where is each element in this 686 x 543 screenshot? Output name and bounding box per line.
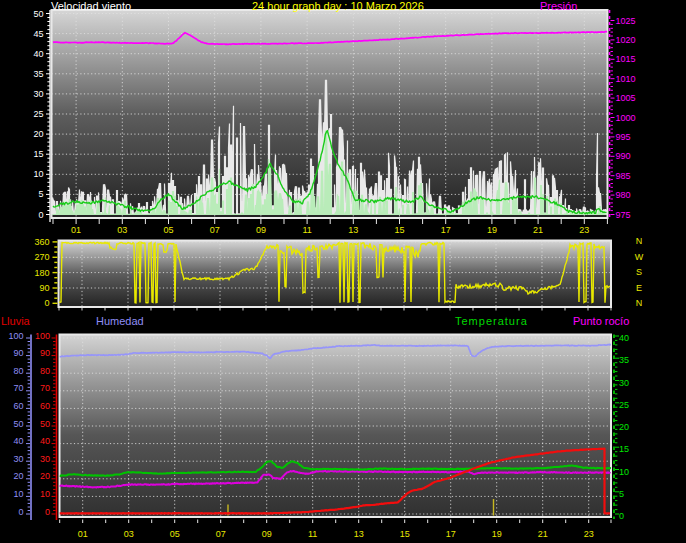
- svg-text:20: 20: [33, 129, 43, 139]
- svg-text:0: 0: [619, 511, 624, 521]
- svg-text:80: 80: [13, 366, 23, 376]
- svg-text:09: 09: [256, 225, 266, 235]
- svg-text:Temperatura: Temperatura: [455, 315, 528, 327]
- svg-text:Punto rocío: Punto rocío: [573, 315, 629, 327]
- svg-text:90: 90: [40, 348, 50, 358]
- svg-text:10: 10: [40, 489, 50, 499]
- svg-text:05: 05: [163, 225, 173, 235]
- svg-text:50: 50: [13, 419, 23, 429]
- svg-text:1015: 1015: [616, 54, 636, 64]
- svg-text:995: 995: [616, 132, 631, 142]
- svg-text:05: 05: [170, 529, 180, 539]
- svg-text:30: 30: [33, 89, 43, 99]
- svg-text:21: 21: [533, 225, 543, 235]
- svg-text:15: 15: [619, 444, 629, 454]
- svg-text:24 hour graph day : 10 Marzo 2: 24 hour graph day : 10 Marzo 2026: [252, 0, 424, 12]
- svg-text:17: 17: [441, 225, 451, 235]
- svg-text:0: 0: [38, 210, 43, 220]
- svg-text:07: 07: [210, 225, 220, 235]
- svg-text:40: 40: [33, 49, 43, 59]
- svg-text:45: 45: [33, 29, 43, 39]
- svg-text:13: 13: [354, 529, 364, 539]
- svg-text:270: 270: [34, 252, 49, 262]
- svg-text:19: 19: [492, 529, 502, 539]
- svg-text:03: 03: [117, 225, 127, 235]
- svg-text:21: 21: [538, 529, 548, 539]
- svg-text:1025: 1025: [616, 16, 636, 26]
- svg-text:100: 100: [35, 331, 50, 341]
- svg-text:0: 0: [18, 507, 23, 517]
- svg-text:35: 35: [33, 69, 43, 79]
- svg-text:25: 25: [619, 400, 629, 410]
- svg-text:S: S: [636, 267, 642, 277]
- svg-text:09: 09: [262, 529, 272, 539]
- svg-text:90: 90: [39, 283, 49, 293]
- svg-text:0: 0: [44, 298, 49, 308]
- svg-text:50: 50: [40, 419, 50, 429]
- svg-text:11: 11: [308, 529, 317, 539]
- svg-text:13: 13: [348, 225, 358, 235]
- svg-text:1005: 1005: [616, 93, 636, 103]
- svg-text:Velocidad viento: Velocidad viento: [51, 0, 131, 12]
- svg-text:W: W: [635, 252, 644, 262]
- svg-text:20: 20: [40, 471, 50, 481]
- svg-text:15: 15: [394, 225, 404, 235]
- svg-text:23: 23: [584, 529, 594, 539]
- svg-text:360: 360: [34, 237, 49, 247]
- svg-text:35: 35: [619, 355, 629, 365]
- svg-text:50: 50: [33, 9, 43, 19]
- svg-text:40: 40: [40, 436, 50, 446]
- svg-text:980: 980: [616, 190, 631, 200]
- svg-text:E: E: [636, 283, 642, 293]
- svg-text:01: 01: [78, 529, 88, 539]
- svg-text:23: 23: [579, 225, 589, 235]
- svg-text:70: 70: [40, 383, 50, 393]
- svg-text:60: 60: [40, 401, 50, 411]
- svg-text:20: 20: [13, 471, 23, 481]
- svg-text:Presión: Presión: [540, 0, 577, 12]
- svg-text:0: 0: [45, 507, 50, 517]
- svg-text:90: 90: [13, 348, 23, 358]
- svg-text:03: 03: [124, 529, 134, 539]
- svg-text:40: 40: [619, 333, 629, 343]
- svg-text:15: 15: [33, 149, 43, 159]
- svg-text:19: 19: [487, 225, 497, 235]
- svg-text:30: 30: [40, 454, 50, 464]
- svg-text:1020: 1020: [616, 35, 636, 45]
- svg-text:985: 985: [616, 171, 631, 181]
- svg-text:17: 17: [446, 529, 456, 539]
- svg-text:5: 5: [38, 189, 43, 199]
- svg-text:80: 80: [40, 366, 50, 376]
- svg-text:5: 5: [619, 489, 624, 499]
- svg-text:975: 975: [616, 210, 631, 220]
- svg-text:60: 60: [13, 401, 23, 411]
- svg-text:10: 10: [33, 169, 43, 179]
- svg-text:10: 10: [619, 467, 629, 477]
- svg-text:Humedad: Humedad: [96, 315, 144, 327]
- svg-text:30: 30: [619, 378, 629, 388]
- svg-text:25: 25: [33, 109, 43, 119]
- svg-text:1000: 1000: [616, 113, 636, 123]
- svg-text:10: 10: [13, 489, 23, 499]
- svg-text:100: 100: [8, 331, 23, 341]
- svg-text:180: 180: [34, 268, 49, 278]
- svg-text:11: 11: [302, 225, 311, 235]
- svg-text:07: 07: [216, 529, 226, 539]
- svg-text:N: N: [636, 236, 643, 246]
- svg-text:N: N: [636, 298, 643, 308]
- svg-text:1010: 1010: [616, 74, 636, 84]
- svg-text:Lluvia: Lluvia: [1, 315, 31, 327]
- svg-text:40: 40: [13, 436, 23, 446]
- svg-text:30: 30: [13, 454, 23, 464]
- svg-text:70: 70: [13, 383, 23, 393]
- svg-text:990: 990: [616, 151, 631, 161]
- svg-text:20: 20: [619, 422, 629, 432]
- svg-text:01: 01: [71, 225, 81, 235]
- svg-text:15: 15: [400, 529, 410, 539]
